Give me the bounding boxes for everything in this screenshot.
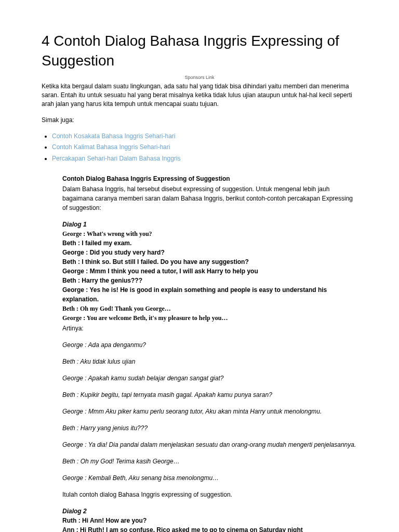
dialog-line: George : Did you study very hard? [62,248,357,257]
dialog-line: George : Yes he is! He is good in explai… [62,285,357,304]
section-heading: Contoh Dialog Bahasa Inggris Expressing … [62,174,357,183]
dialog-line: George : You are welcome Beth, it's my p… [62,313,357,323]
dialog-1-closing: Itulah contoh dialog Bahasa Inggris expr… [62,490,357,499]
translation-label: Artinya: [62,324,357,333]
translation-line: Beth : Harry yang jenius itu??? [62,423,357,433]
link-kalimat[interactable]: Contoh Kalimat Bahasa Inggris Sehari-har… [52,143,170,151]
translation-line: George : Apakah kamu sudah belajar denga… [62,374,357,383]
see-also-label: Simak juga: [42,116,357,124]
section-description: Dalam Bahasa Inggris, hal tersebut diseb… [62,184,357,212]
translation-line: George : Kembali Beth, Aku senang bisa m… [62,473,357,483]
dialog-line: George : What's wrong with you? [62,229,357,238]
page-title: 4 Contoh Dialog Bahasa Inggris Expressin… [42,31,357,71]
dialog-line: Beth : Harry the genius??? [62,276,357,285]
link-kosakata[interactable]: Contoh Kosakata Bahasa Inggris Sehari-ha… [52,132,175,140]
dialog-line: Beth : I failed my exam. [62,238,357,248]
dialog-line: Ann : Hi Ruth! I am so confuse. Rico ask… [62,525,357,532]
translation-line: George : Ada apa denganmu? [62,340,357,350]
intro-paragraph: Ketika kita bergaul dalam suatu lingkung… [42,82,357,109]
translation-line: Beth : Kupikir begitu, tapi ternyata mas… [62,390,357,400]
dialog-1-label: Dialog 1 [62,220,357,229]
dialog-line: George : Mmm I think you need a tutor, I… [62,267,357,276]
sponsors-link-text: Sponsors Link [42,75,357,80]
translation-line: Beth : Aku tidak lulus ujian [62,357,357,366]
related-links-list: Contoh Kosakata Bahasa Inggris Sehari-ha… [42,131,357,165]
dialog-line: Beth : I think so. But still I failed. D… [62,257,357,267]
main-content: Contoh Dialog Bahasa Inggris Expressing … [42,174,357,532]
related-link-item: Contoh Kosakata Bahasa Inggris Sehari-ha… [52,131,357,142]
related-link-item: Contoh Kalimat Bahasa Inggris Sehari-har… [52,142,357,153]
dialog-line: Ruth : Hi Ann! How are you? [62,516,357,525]
translation-line: George : Mmm Aku piker kamu perlu seoran… [62,407,357,416]
dialog-line: Beth : Oh my God! Thank you George… [62,304,357,313]
translation-line: Beth : Oh my God! Terima kasih George… [62,457,357,466]
dialog-2-label: Dialog 2 [62,507,357,516]
translation-line: George : Ya dia! Dia pandai dalam menjel… [62,440,357,449]
related-link-item: Percakapan Sehari-hari Dalam Bahasa Ingg… [52,153,357,165]
link-percakapan[interactable]: Percakapan Sehari-hari Dalam Bahasa Ingg… [52,155,180,162]
